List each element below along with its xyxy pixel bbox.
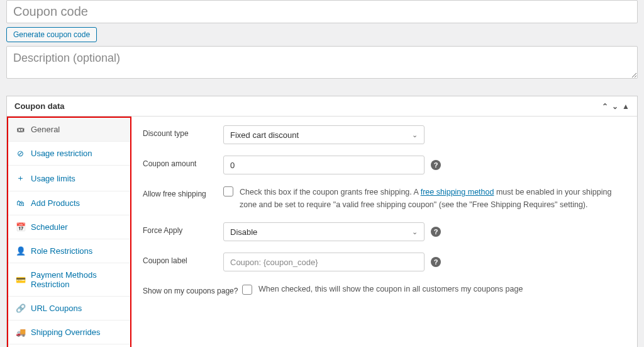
chevron-down-icon: ⌄ bbox=[412, 131, 418, 139]
tabs-sidebar: 🎟 General ⊘ Usage restriction ＋ Usage li… bbox=[7, 117, 131, 347]
panel-move-down-icon[interactable]: ⌄ bbox=[612, 102, 618, 111]
tab-label: General bbox=[31, 125, 60, 134]
chevron-down-icon: ⌄ bbox=[412, 228, 418, 236]
tab-scheduler[interactable]: 📅 Scheduler bbox=[8, 215, 130, 239]
tab-one-click-apply[interactable]: ★ One Click Apply bbox=[8, 344, 130, 347]
user-icon: 👤 bbox=[16, 246, 25, 256]
link-icon: 🔗 bbox=[16, 304, 25, 313]
force-apply-label: Force Apply bbox=[143, 222, 223, 235]
tab-general[interactable]: 🎟 General bbox=[8, 118, 130, 142]
tab-label: URL Coupons bbox=[31, 304, 82, 313]
calendar-icon: 📅 bbox=[16, 222, 25, 232]
help-icon[interactable]: ? bbox=[431, 227, 441, 237]
tab-add-products[interactable]: 🛍 Add Products bbox=[8, 191, 130, 215]
tab-role-restrictions[interactable]: 👤 Role Restrictions bbox=[8, 239, 130, 263]
force-apply-select[interactable]: Disable ⌄ bbox=[223, 222, 425, 241]
ticket-icon: 🎟 bbox=[16, 125, 25, 134]
discount-type-label: Discount type bbox=[143, 125, 223, 138]
tab-label: Role Restrictions bbox=[31, 246, 92, 256]
tab-label: Scheduler bbox=[31, 222, 68, 232]
coupon-data-panel: Coupon data ⌃ ⌄ ▲ 🎟 General ⊘ Usage rest… bbox=[6, 96, 638, 347]
panel-move-up-icon[interactable]: ⌃ bbox=[602, 102, 608, 111]
select-value: Fixed cart discount bbox=[230, 130, 299, 140]
tab-label: Add Products bbox=[31, 198, 80, 208]
tab-payment-methods[interactable]: 💳 Payment Methods Restriction bbox=[8, 263, 130, 297]
text: Check this box if the coupon grants free… bbox=[240, 188, 421, 196]
coupon-code-input[interactable] bbox=[6, 0, 638, 23]
card-icon: 💳 bbox=[16, 275, 25, 285]
coupon-label-label: Coupon label bbox=[143, 253, 223, 265]
general-form: Discount type Fixed cart discount ⌄ Coup… bbox=[131, 117, 637, 347]
tab-usage-restriction[interactable]: ⊘ Usage restriction bbox=[8, 142, 130, 166]
truck-icon: 🚚 bbox=[16, 327, 25, 337]
free-shipping-label: Allow free shipping bbox=[143, 186, 223, 198]
tab-label: Usage limits bbox=[31, 174, 75, 183]
bag-icon: 🛍 bbox=[16, 198, 25, 208]
tab-label: Usage restriction bbox=[31, 149, 92, 158]
discount-type-select[interactable]: Fixed cart discount ⌄ bbox=[223, 125, 425, 144]
coupon-label-input[interactable] bbox=[223, 253, 425, 271]
help-icon[interactable]: ? bbox=[431, 160, 441, 170]
tab-label: Shipping Overrides bbox=[31, 327, 101, 337]
ban-icon: ⊘ bbox=[16, 149, 25, 158]
tab-shipping-overrides[interactable]: 🚚 Shipping Overrides bbox=[8, 321, 130, 344]
panel-header: Coupon data ⌃ ⌄ ▲ bbox=[7, 96, 637, 117]
free-shipping-description: Check this box if the coupon grants free… bbox=[240, 186, 626, 211]
plus-icon: ＋ bbox=[16, 173, 25, 184]
free-shipping-checkbox[interactable] bbox=[223, 186, 233, 196]
panel-collapse-icon[interactable]: ▲ bbox=[622, 102, 630, 111]
panel-title: Coupon data bbox=[14, 101, 64, 111]
tab-url-coupons[interactable]: 🔗 URL Coupons bbox=[8, 297, 130, 321]
coupon-amount-label: Coupon amount bbox=[143, 156, 223, 168]
help-icon[interactable]: ? bbox=[431, 257, 441, 267]
show-on-coupons-label: Show on my coupons page? bbox=[143, 283, 242, 295]
description-textarea[interactable] bbox=[6, 46, 638, 79]
tab-usage-limits[interactable]: ＋ Usage limits bbox=[8, 166, 130, 191]
free-shipping-method-link[interactable]: free shipping method bbox=[421, 188, 494, 196]
coupon-amount-input[interactable] bbox=[223, 156, 425, 174]
generate-coupon-code-button[interactable]: Generate coupon code bbox=[6, 27, 97, 42]
select-value: Disable bbox=[230, 227, 257, 237]
show-on-coupons-description: When checked, this will show the coupon … bbox=[258, 283, 523, 295]
show-on-coupons-checkbox[interactable] bbox=[242, 285, 252, 295]
tab-label: Payment Methods Restriction bbox=[31, 270, 123, 289]
